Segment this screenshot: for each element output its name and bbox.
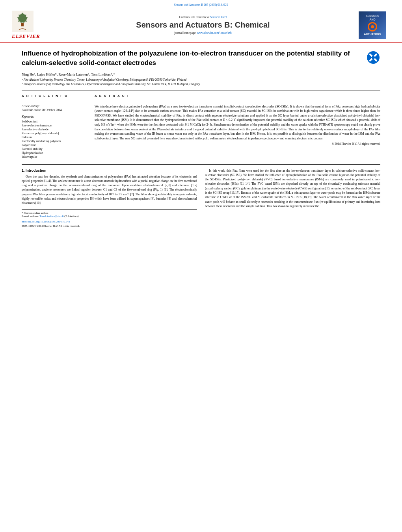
journal-center: Contents lists available at ScienceDirec… — [51, 15, 355, 35]
doi-section: http://dx.doi.org/10.1016/j.snb.2014.10.… — [22, 220, 197, 223]
svg-rect-1 — [21, 23, 24, 26]
doi-link[interactable]: http://dx.doi.org/10.1016/j.snb.2014.10.… — [22, 220, 70, 223]
body-divider — [22, 164, 380, 165]
abstract-text: We introduce here electrosynthesized pol… — [95, 104, 380, 141]
sciencedirect-link[interactable]: ScienceDirect — [210, 15, 227, 19]
sensors-logo-bottom-text: ACTUATORS — [364, 32, 381, 36]
abstract-col: A B S T R A C T We introduce here electr… — [95, 94, 380, 159]
body-paragraph-2: In this work, thin PAz films were used f… — [205, 169, 380, 209]
keyword-0: Solid-contact — [22, 120, 87, 123]
body-col-left: 1. Introduction Over the past few decade… — [22, 169, 197, 228]
crossmark-icon — [366, 50, 380, 65]
article-title: Influence of hydrophobization of the pol… — [22, 49, 362, 68]
homepage-link[interactable]: www.elsevier.com/locate/snb — [197, 31, 232, 35]
sensors-logo-text: SENSORS AND — [366, 14, 379, 21]
keywords-label: Keywords: — [22, 115, 87, 119]
keyword-2: Ion-selective electrode — [22, 128, 87, 131]
footnote-email: E-mail address: Tom.Lindfors@abo.fi (T. … — [22, 215, 197, 218]
body-two-col: 1. Introduction Over the past few decade… — [22, 169, 380, 228]
article-content: Influence of hydrophobization of the pol… — [0, 43, 402, 232]
affiliations: ᵃ Åbo Akademi University, Process Chemis… — [22, 78, 380, 87]
history-label: Article history: — [22, 104, 87, 108]
article-info-col: A R T I C L E I N F O Article history: A… — [22, 94, 87, 159]
affiliation-2: ᵇ Budapest University of Technology and … — [22, 82, 380, 87]
keywords-section: Keywords: Solid-contact Ion-to-electron … — [22, 115, 87, 159]
keyword-4: Calcium — [22, 135, 87, 139]
body-col-right: In this work, thin PAz films were used f… — [205, 169, 380, 228]
article-history: Article history: Available online 20 Oct… — [22, 104, 87, 112]
keyword-6: Polyazulene — [22, 143, 87, 147]
copyright-line: © 2014 Elsevier B.V. All rights reserved… — [95, 142, 380, 146]
journal-homepage: journal homepage: www.elsevier.com/locat… — [51, 31, 355, 35]
page: Sensors and Actuators B 207 (2015) 918–9… — [0, 0, 402, 532]
keyword-9: Water uptake — [22, 155, 87, 159]
journal-header-main: ELSEVIER Contents lists available at Sci… — [12, 8, 390, 42]
svg-point-3 — [372, 56, 375, 59]
issn-text: 0925-4005/© 2014 Elsevier B.V. All right… — [22, 224, 197, 228]
authors: Ning Heᵃ, Lajos Höflerᵇ, Rose-Marie Lato… — [22, 72, 380, 76]
footnote-section: * Corresponding author. E-mail address: … — [22, 209, 197, 228]
info-abstract-section: A R T I C L E I N F O Article history: A… — [22, 94, 380, 159]
sensors-logo-circle-icon — [368, 22, 377, 32]
title-section: Influence of hydrophobization of the pol… — [22, 49, 380, 68]
footnote-corresponding: * Corresponding author. — [22, 211, 197, 215]
body-text-right: In this work, thin PAz films were used f… — [205, 169, 380, 209]
contents-line: Contents lists available at ScienceDirec… — [51, 15, 355, 19]
keyword-8: Hydrophobization — [22, 151, 87, 155]
available-online: Available online 20 October 2014 — [22, 108, 87, 112]
affiliation-1: ᵃ Åbo Akademi University, Process Chemis… — [22, 78, 380, 82]
keyword-1: Ion-to-electron transducer — [22, 124, 87, 127]
doi-line: Sensors and Actuators B 207 (2015) 918–9… — [12, 3, 390, 7]
email-link[interactable]: Tom.Lindfors@abo.fi — [39, 215, 63, 218]
body-text-left: Over the past few decades, the synthesis… — [22, 174, 197, 206]
keyword-5: Electrically conducting polymers — [22, 139, 87, 143]
sensors-logo-inner-icon — [371, 25, 374, 28]
divider-info — [22, 101, 87, 101]
body-paragraph-1: Over the past few decades, the synthesis… — [22, 174, 197, 206]
keyword-7: Potential stability — [22, 147, 87, 151]
section1-title: 1. Introduction — [22, 169, 197, 172]
elsevier-logo: ELSEVIER — [12, 11, 51, 39]
sensors-actuators-logo: SENSORS AND ACTUATORS — [355, 11, 390, 39]
abstract-header: A B S T R A C T — [95, 94, 380, 98]
keyword-3: Plasticized poly(vinyl chloride) — [22, 132, 87, 135]
journal-header: Sensors and Actuators B 207 (2015) 918–9… — [0, 0, 402, 43]
divider-1 — [22, 91, 380, 91]
divider-abstract — [95, 101, 380, 101]
journal-title: Sensors and Actuators B: Chemical — [51, 20, 355, 30]
sensors-logo-box: SENSORS AND ACTUATORS — [359, 11, 386, 39]
elsevier-tree-icon — [12, 11, 34, 32]
elsevier-wordmark: ELSEVIER — [12, 33, 40, 39]
article-info-header: A R T I C L E I N F O — [22, 94, 87, 98]
